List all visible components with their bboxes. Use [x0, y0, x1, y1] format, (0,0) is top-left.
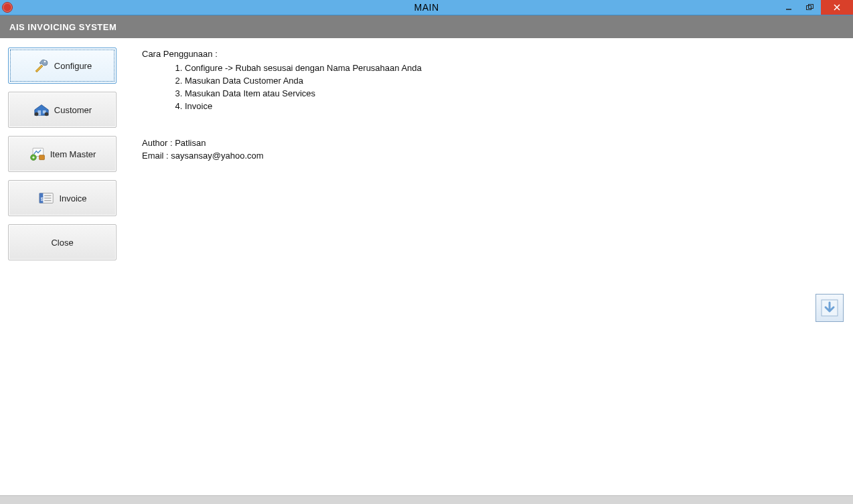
button-label: Configure — [54, 61, 92, 71]
download-button[interactable] — [816, 294, 844, 322]
usage-steps: Configure -> Rubah sesusai dengan Nama P… — [185, 62, 840, 112]
window-controls — [778, 0, 853, 15]
button-label: Item Master — [50, 149, 96, 159]
app-icon — [2, 2, 13, 13]
customer-button[interactable]: Customer — [8, 92, 117, 128]
button-label: Customer — [54, 105, 92, 115]
titlebar: MAIN — [0, 0, 853, 15]
item-master-icon — [29, 146, 46, 162]
svg-text:$: $ — [41, 196, 44, 202]
window-title: MAIN — [0, 2, 853, 13]
invoice-button[interactable]: $ Invoice — [8, 180, 117, 216]
usage-step: Masukan Data Item atau Services — [185, 87, 840, 100]
maximize-icon — [806, 4, 814, 11]
invoice-icon: $ — [37, 190, 55, 206]
content-panel: Cara Penggunaan : Configure -> Rubah ses… — [142, 48, 840, 162]
svg-point-8 — [35, 112, 39, 116]
email-line: Email : saysansay@yahoo.com — [142, 149, 840, 162]
item-master-button[interactable]: Item Master — [8, 136, 117, 172]
configure-button[interactable]: Configure — [8, 48, 117, 84]
close-icon — [833, 3, 841, 11]
svg-point-9 — [44, 112, 48, 116]
svg-rect-12 — [39, 155, 44, 160]
minimize-button[interactable] — [778, 0, 799, 15]
subheader: AIS INVOICING SYSTEM — [0, 15, 853, 38]
usage-heading: Cara Penggunaan : — [142, 48, 840, 60]
subheader-title: AIS INVOICING SYSTEM — [9, 22, 117, 32]
close-window-button[interactable] — [821, 0, 853, 15]
tools-icon — [33, 58, 50, 74]
button-label: Invoice — [59, 193, 86, 203]
client-area: Configure Customer — [0, 38, 853, 497]
button-label: Close — [51, 238, 73, 248]
svg-point-5 — [44, 61, 46, 63]
maximize-button[interactable] — [799, 0, 821, 15]
download-arrow-icon — [820, 299, 839, 317]
author-line: Author : Patlisan — [142, 137, 840, 149]
usage-step: Invoice — [185, 100, 840, 112]
minimize-icon — [785, 4, 792, 11]
sidebar: Configure Customer — [8, 48, 115, 268]
usage-step: Configure -> Rubah sesusai dengan Nama P… — [185, 62, 840, 74]
customer-icon — [33, 102, 50, 118]
bottom-strip — [0, 495, 853, 504]
usage-step: Masukan Data Customer Anda — [185, 74, 840, 87]
close-button[interactable]: Close — [8, 224, 117, 260]
